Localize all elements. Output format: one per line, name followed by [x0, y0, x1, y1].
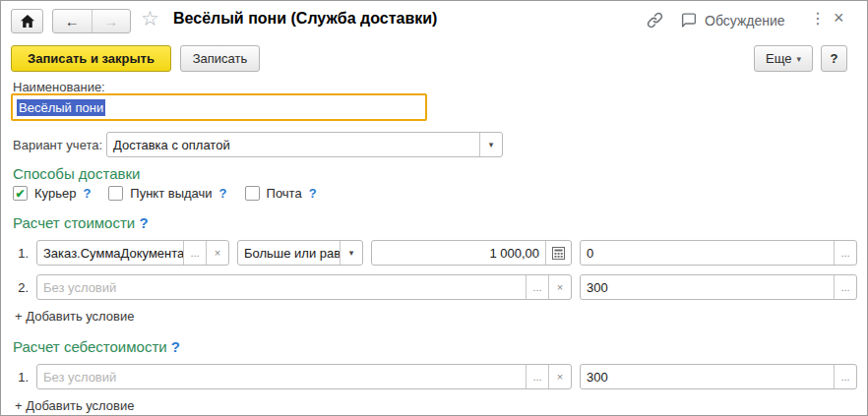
help-icon-pickup-point[interactable]: ? — [219, 186, 227, 201]
delivery-service-form-window: ← → ☆ Весёлый пони (Служба доставки) Обс… — [0, 0, 868, 416]
cost-row2-condition-placeholder: Без условий — [37, 275, 526, 299]
history-nav-group: ← → — [52, 9, 131, 33]
checkbox-pickup-point-label: Пункт выдачи — [130, 186, 212, 201]
selfcost-calc-header-text: Расчет себестоимости — [13, 338, 167, 355]
cost-row1-calculator-button[interactable] — [545, 241, 571, 265]
discussion-label[interactable]: Обсуждение — [705, 13, 785, 29]
close-icon[interactable]: × — [834, 8, 844, 29]
clear-icon: × — [557, 372, 563, 383]
ellipsis-icon: ... — [190, 248, 199, 259]
delivery-methods-row: ✔ Курьер ? Пункт выдачи ? Почта ? — [13, 186, 335, 201]
selfcost-row1-result-value: 300 — [581, 365, 834, 388]
delivery-methods-header: Способы доставки — [13, 165, 140, 182]
save-label: Записать — [193, 51, 248, 66]
cost-row1-condition-input[interactable]: Заказ.СуммаДокумента ... × — [36, 240, 229, 266]
cost-row2-number: 2. — [11, 280, 29, 295]
ellipsis-icon: ... — [532, 282, 541, 293]
checkbox-pickup-point-box[interactable] — [108, 186, 123, 201]
help-icon-courier[interactable]: ? — [83, 186, 91, 201]
chevron-down-icon: ▾ — [796, 54, 801, 64]
cost-row1-operator-dropdown-button[interactable]: ▾ — [340, 241, 362, 265]
back-button[interactable]: ← — [53, 10, 93, 32]
accounting-option-value: Доставка с оплатой — [107, 133, 479, 156]
cost-row1-result-value: 0 — [581, 241, 834, 265]
selfcost-row1-number: 1. — [11, 370, 29, 385]
clear-icon: × — [557, 282, 563, 293]
cost-calc-header-text: Расчет стоимости — [13, 214, 135, 231]
selfcost-row1-condition-clear-button[interactable]: × — [548, 365, 571, 388]
cost-row1-condition-pick-button[interactable]: ... — [183, 241, 206, 265]
help-button-label: ? — [831, 51, 838, 66]
cost-row1-operator-value: Больше или рав — [238, 241, 340, 265]
cost-row2-result-value: 300 — [581, 275, 834, 299]
favorite-star-icon[interactable]: ☆ — [141, 8, 159, 29]
save-and-close-label: Записать и закрыть — [28, 51, 155, 66]
selfcost-row1-condition-input[interactable]: Без условий ... × — [36, 364, 572, 389]
more-label: Еще — [766, 51, 791, 66]
help-icon-cost-calc[interactable]: ? — [139, 214, 148, 231]
checkbox-post-box[interactable] — [245, 186, 260, 201]
checkbox-pickup-point[interactable]: Пункт выдачи ? — [108, 186, 226, 201]
cost-row2-result-pick-button[interactable]: ... — [834, 275, 856, 299]
link-icon[interactable] — [646, 11, 664, 33]
forward-button[interactable]: → — [93, 10, 131, 32]
help-icon-post[interactable]: ? — [309, 186, 317, 201]
chevron-down-icon: ▾ — [349, 249, 354, 258]
back-icon: ← — [65, 13, 80, 30]
page-title: Весёлый пони (Служба доставки) — [173, 10, 437, 28]
ellipsis-icon: ... — [840, 282, 849, 293]
cost-row1-number: 1. — [11, 246, 29, 261]
kebab-menu-icon[interactable]: ⋮ — [810, 9, 826, 28]
selfcost-row1-condition-placeholder: Без условий — [37, 365, 526, 388]
cost-row1-threshold-value: 1 000,00 — [372, 241, 545, 265]
cost-row2-condition-input[interactable]: Без условий ... × — [36, 274, 572, 300]
cost-add-condition-link[interactable]: + Добавить условие — [15, 309, 134, 324]
checkbox-courier[interactable]: ✔ Курьер ? — [13, 186, 91, 201]
more-button[interactable]: Еще ▾ — [754, 45, 813, 72]
ellipsis-icon: ... — [840, 372, 849, 383]
help-button[interactable]: ? — [821, 45, 847, 72]
checkbox-post[interactable]: Почта ? — [245, 186, 317, 201]
check-icon: ✔ — [15, 188, 25, 200]
accounting-option-select[interactable]: Доставка с оплатой ▾ — [106, 132, 503, 157]
calculator-icon — [552, 247, 565, 260]
discussion-chat-icon[interactable] — [680, 12, 698, 32]
cost-row1-threshold-input[interactable]: 1 000,00 — [371, 240, 572, 266]
cost-row1-result-input[interactable]: 0 ... — [580, 240, 857, 266]
clear-icon: × — [215, 248, 220, 259]
selfcost-add-condition-link[interactable]: + Добавить условие — [15, 398, 134, 413]
cost-row2-result-input[interactable]: 300 ... — [580, 274, 857, 300]
selfcost-row1-result-pick-button[interactable]: ... — [834, 365, 856, 388]
checkbox-courier-box[interactable]: ✔ — [13, 186, 28, 201]
cost-row1-condition-clear-button[interactable]: × — [206, 241, 228, 265]
checkbox-courier-label: Курьер — [34, 186, 76, 201]
save-and-close-button[interactable]: Записать и закрыть — [11, 45, 171, 72]
name-field-label: Наименование: — [13, 80, 105, 94]
selfcost-row1-condition-pick-button[interactable]: ... — [526, 365, 548, 388]
name-input-selected-text: Весёлый пони — [17, 99, 105, 116]
home-icon — [21, 15, 34, 28]
cost-row1-operator-select[interactable]: Больше или рав ▾ — [237, 240, 363, 266]
home-button[interactable] — [11, 9, 43, 33]
forward-icon: → — [103, 13, 118, 30]
checkbox-post-label: Почта — [267, 186, 302, 201]
accounting-option-label: Вариант учета: — [13, 138, 102, 152]
chevron-down-icon: ▾ — [489, 141, 494, 149]
accounting-dropdown-button[interactable]: ▾ — [479, 133, 502, 156]
cost-row2-condition-pick-button[interactable]: ... — [526, 275, 548, 299]
cost-row1-result-pick-button[interactable]: ... — [834, 241, 856, 265]
help-icon-selfcost-calc[interactable]: ? — [171, 338, 180, 355]
selfcost-calc-header: Расчет себестоимости ? — [13, 338, 180, 355]
name-input[interactable]: Весёлый пони — [11, 93, 427, 121]
cost-calc-header: Расчет стоимости ? — [13, 214, 149, 231]
cost-row1-condition-value: Заказ.СуммаДокумента — [37, 241, 183, 265]
selfcost-row1-result-input[interactable]: 300 ... — [580, 364, 857, 389]
ellipsis-icon: ... — [532, 372, 541, 383]
cost-row2-condition-clear-button[interactable]: × — [548, 275, 571, 299]
save-button[interactable]: Записать — [180, 45, 260, 72]
ellipsis-icon: ... — [840, 248, 849, 259]
